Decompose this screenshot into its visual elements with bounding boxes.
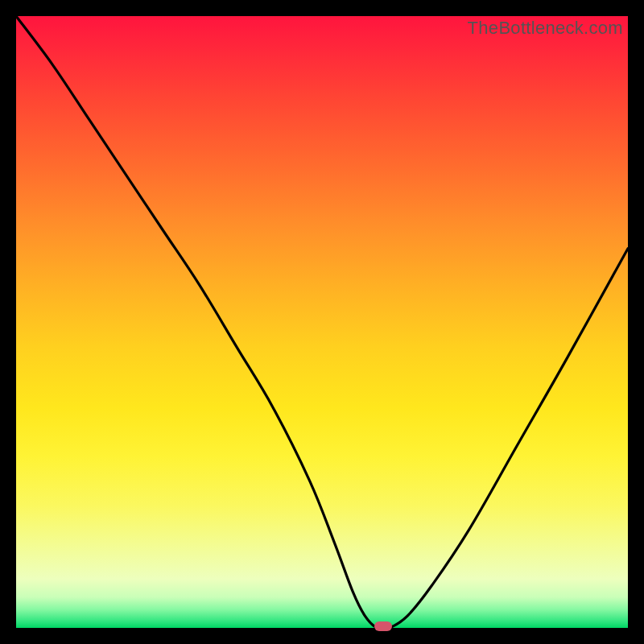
minimum-marker [374,621,392,631]
watermark-label: TheBottleneck.com [468,18,623,39]
chart-frame: TheBottleneck.com [0,0,644,644]
plot-area: TheBottleneck.com [16,16,628,628]
bottleneck-curve [16,16,628,628]
